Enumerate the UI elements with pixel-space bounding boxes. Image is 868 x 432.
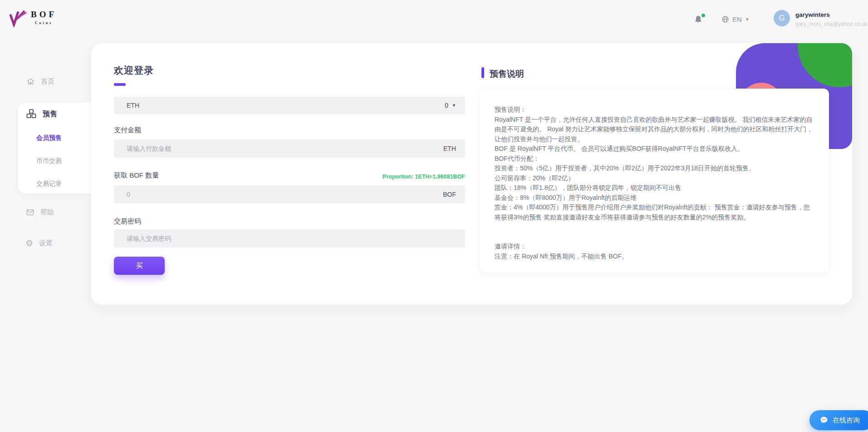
page-title: 欢迎登录 — [114, 64, 154, 77]
cubes-icon — [25, 108, 37, 120]
online-support-label: 在线咨询 — [833, 416, 860, 425]
main-card: 欢迎登录 ETH 0 ▼ 支付金额 ETH 获取 BOF 数量 Proporti… — [91, 43, 852, 305]
globe-icon — [721, 15, 729, 23]
info-text-line: 预售说明： — [495, 105, 814, 115]
user-menu[interactable]: G garywinters gary_mors_vita@yahoo.co.uk — [774, 10, 868, 27]
info-text-line: 团队：18%（即1.8亿），团队部分将锁定四年，锁定期间不可出售 — [495, 183, 814, 193]
get-amount-label: 获取 BOF 数量 — [114, 171, 159, 180]
chat-bubble-icon — [819, 416, 829, 425]
info-text-line: BOF代币分配： — [495, 154, 814, 164]
proportion-text: Proportion: 1ETH≈1.96081BOF — [383, 174, 465, 180]
pay-amount-input[interactable] — [127, 145, 443, 152]
username: garywinters — [795, 11, 868, 18]
sidebar-item-label: 设置 — [39, 239, 53, 248]
pay-amount-field-wrap: ETH — [114, 139, 465, 158]
buy-button[interactable]: 买 — [114, 257, 165, 275]
presale-info-title: 预售说明 — [490, 68, 524, 80]
sidebar-item-home[interactable]: 首页 — [26, 77, 54, 86]
trade-password-field-wrap — [114, 229, 465, 248]
info-text-line: BOF 是 RoyalNFT 平台代币。 会员可以通过购买BOF获得RoyalN… — [495, 144, 814, 154]
info-text-line: 基金会：8%（即8000万）用于Royalnft的后期运维 — [495, 193, 814, 203]
avatar: G — [774, 10, 790, 26]
notifications-button[interactable] — [693, 15, 705, 26]
pay-amount-suffix: ETH — [443, 145, 456, 152]
sidebar-item-settings[interactable]: ⚙ 设置 — [25, 239, 53, 248]
online-support-button[interactable]: 在线咨询 — [809, 410, 868, 430]
info-text-line: RoyalNFT 是一个平台，允许任何人直接投资自己喜欢的歌曲并与艺术家一起赚取… — [495, 115, 814, 144]
gear-icon: ⚙ — [25, 239, 33, 248]
caret-down-icon: ▼ — [452, 103, 456, 108]
brand-logo[interactable]: BOF Coins — [7, 7, 57, 27]
sidebar-item-help[interactable]: 帮助 — [26, 208, 54, 217]
info-text-line: 公司留存率：20%（即2亿） — [495, 174, 814, 184]
title-underline — [114, 83, 126, 86]
sidebar-item-spot-trade[interactable]: 币币交易 — [36, 157, 62, 165]
trade-password-input[interactable] — [127, 235, 456, 242]
notification-dot — [701, 14, 705, 17]
sidebar-item-presale[interactable]: 预售 — [25, 108, 57, 120]
language-selector[interactable]: EN ▼ — [721, 15, 750, 23]
sidebar-item-label: 帮助 — [40, 208, 54, 217]
home-icon — [26, 77, 35, 86]
currency-select[interactable]: ETH 0 ▼ — [114, 97, 465, 114]
get-amount-field-wrap: BOF — [114, 185, 465, 204]
get-amount-suffix: BOF — [443, 191, 456, 198]
trade-password-label: 交易密码 — [114, 217, 141, 226]
brand-name: BOF — [31, 10, 57, 20]
chevron-down-icon: ▼ — [745, 17, 750, 22]
brand-logo-icon — [7, 7, 27, 27]
pay-amount-label: 支付金额 — [114, 126, 141, 134]
sidebar-item-member-presale[interactable]: 会员预售 — [36, 134, 62, 142]
currency-count: 0 — [445, 102, 448, 109]
user-email: gary_mors_vita@yahoo.co.uk — [795, 21, 868, 27]
info-text-line: 邀请详情： — [495, 242, 814, 252]
language-code: EN — [732, 15, 742, 23]
sidebar-item-label: 首页 — [41, 77, 54, 86]
info-text-line: 注意：在 Royal Nft 预售期间，不能出售 BOF。 — [495, 252, 814, 262]
brand-subtitle: Coins — [35, 21, 53, 25]
envelope-icon — [26, 208, 34, 217]
info-text-line: 赏金：4%（即4000万）用于预售用户介绍用户并奖励他们对Royalnft的贡献… — [495, 203, 814, 222]
info-text-line — [495, 222, 814, 232]
presale-info-card: 预售说明：RoyalNFT 是一个平台，允许任何人直接投资自己喜欢的歌曲并与艺术… — [480, 89, 829, 273]
get-amount-input[interactable] — [127, 191, 443, 198]
sidebar-item-label: 预售 — [43, 109, 57, 119]
info-text-line: 投资者：50%（5亿）用于投资者，其中20%（即2亿）用于2022年3月18日开… — [495, 164, 814, 174]
sidebar-item-trade-records[interactable]: 交易记录 — [36, 180, 62, 188]
currency-selected: ETH — [127, 102, 445, 109]
info-text-line — [495, 232, 814, 242]
section-accent-bar — [481, 67, 484, 78]
